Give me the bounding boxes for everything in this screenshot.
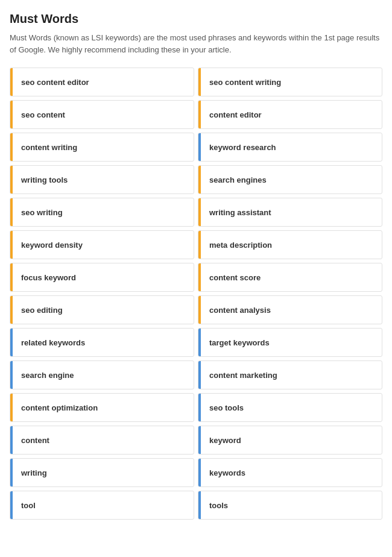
keyword-label: content writing bbox=[13, 136, 86, 159]
keyword-label: seo content bbox=[13, 103, 74, 127]
keyword-label: writing bbox=[13, 461, 55, 485]
keyword-row: seo contentcontent editor bbox=[10, 100, 382, 129]
keyword-label: search engine bbox=[13, 363, 82, 387]
keyword-item: content editor bbox=[198, 100, 382, 129]
keyword-label: content optimization bbox=[13, 396, 106, 420]
keyword-item: tools bbox=[198, 491, 382, 520]
keyword-item: writing bbox=[10, 458, 194, 487]
keyword-label: keyword bbox=[201, 429, 250, 452]
keyword-item: seo content editor bbox=[10, 68, 194, 96]
keyword-item: seo writing bbox=[10, 198, 194, 227]
keyword-label: focus keyword bbox=[13, 266, 84, 289]
keyword-label: writing assistant bbox=[201, 201, 280, 224]
keyword-item: tool bbox=[10, 491, 194, 520]
keyword-item: related keywords bbox=[10, 328, 194, 357]
keyword-item: content marketing bbox=[198, 360, 382, 389]
keyword-row: writingkeywords bbox=[10, 458, 382, 487]
keyword-row: content optimizationseo tools bbox=[10, 393, 382, 422]
keyword-item: meta description bbox=[198, 230, 382, 259]
keyword-item: writing assistant bbox=[198, 198, 382, 227]
keyword-label: search engines bbox=[201, 168, 275, 192]
keyword-row: seo content editorseo content writing bbox=[10, 68, 382, 96]
keyword-item: search engines bbox=[198, 165, 382, 194]
keyword-label: seo writing bbox=[13, 201, 71, 224]
keyword-item: content bbox=[10, 426, 194, 455]
page-description: Must Words (known as LSI keywords) are t… bbox=[10, 32, 382, 55]
keyword-label: keyword research bbox=[201, 136, 285, 159]
keyword-row: keyword densitymeta description bbox=[10, 230, 382, 259]
keyword-row: content writingkeyword research bbox=[10, 133, 382, 162]
keyword-item: target keywords bbox=[198, 328, 382, 357]
keyword-item: search engine bbox=[10, 360, 194, 389]
keyword-label: seo content editor bbox=[13, 71, 98, 94]
keyword-row: seo writingwriting assistant bbox=[10, 198, 382, 227]
keyword-label: target keywords bbox=[201, 331, 278, 354]
keyword-label: writing tools bbox=[13, 168, 76, 192]
keyword-label: tools bbox=[201, 494, 236, 517]
keyword-label: meta description bbox=[201, 233, 280, 257]
keyword-row: search enginecontent marketing bbox=[10, 360, 382, 389]
keyword-label: seo content writing bbox=[201, 71, 289, 94]
keyword-item: content analysis bbox=[198, 295, 382, 324]
keyword-item: content optimization bbox=[10, 393, 194, 422]
keyword-row: focus keywordcontent score bbox=[10, 263, 382, 292]
keyword-item: keyword density bbox=[10, 230, 194, 259]
keyword-row: contentkeyword bbox=[10, 426, 382, 455]
keyword-row: tooltools bbox=[10, 491, 382, 520]
page-title: Must Words bbox=[10, 12, 382, 26]
keyword-item: seo content bbox=[10, 100, 194, 129]
keyword-label: content editor bbox=[201, 103, 270, 127]
keywords-grid: seo content editorseo content writingseo… bbox=[10, 68, 382, 520]
keyword-label: keywords bbox=[201, 461, 254, 485]
keyword-item: keywords bbox=[198, 458, 382, 487]
keyword-label: tool bbox=[13, 494, 44, 517]
keyword-item: seo editing bbox=[10, 295, 194, 324]
keyword-item: content score bbox=[198, 263, 382, 292]
keyword-label: content analysis bbox=[201, 298, 279, 322]
keyword-item: seo content writing bbox=[198, 68, 382, 96]
keyword-label: related keywords bbox=[13, 331, 93, 354]
keyword-label: seo editing bbox=[13, 298, 71, 322]
keyword-item: seo tools bbox=[198, 393, 382, 422]
keyword-item: content writing bbox=[10, 133, 194, 162]
keyword-label: content bbox=[13, 429, 58, 452]
keyword-item: writing tools bbox=[10, 165, 194, 194]
keyword-row: writing toolssearch engines bbox=[10, 165, 382, 194]
keyword-label: content score bbox=[201, 266, 269, 289]
keyword-label: content marketing bbox=[201, 363, 286, 387]
keyword-item: keyword bbox=[198, 426, 382, 455]
keyword-row: related keywordstarget keywords bbox=[10, 328, 382, 357]
keyword-label: seo tools bbox=[201, 396, 252, 420]
keyword-label: keyword density bbox=[13, 233, 91, 257]
keyword-item: focus keyword bbox=[10, 263, 194, 292]
keyword-row: seo editingcontent analysis bbox=[10, 295, 382, 324]
keyword-item: keyword research bbox=[198, 133, 382, 162]
